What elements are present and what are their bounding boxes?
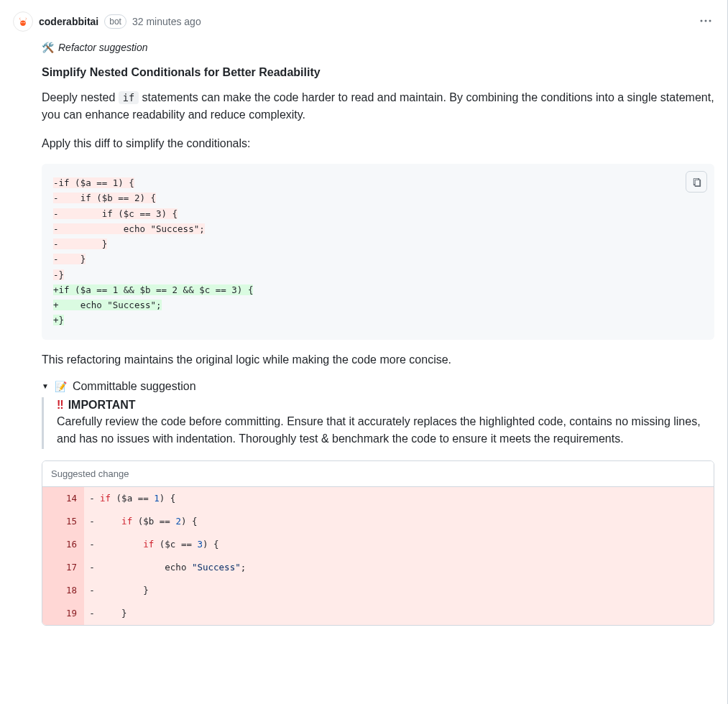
comment-header: coderabbitai bot 32 minutes ago — [13, 11, 714, 32]
diff-block: -if ($a == 1) {- if ($b == 2) {- if ($c … — [42, 164, 714, 340]
code-content: } — [100, 602, 714, 625]
code-content: echo "Success"; — [100, 556, 714, 579]
disclosure-triangle-icon: ▼ — [42, 382, 49, 390]
more-options-button[interactable] — [697, 12, 714, 32]
code-content: if ($c == 3) { — [100, 533, 714, 556]
important-title: ‼ IMPORTANT — [57, 399, 714, 412]
line-number: 18 — [42, 579, 84, 602]
diff-line: -if ($a == 1) { — [53, 175, 703, 190]
line-number: 19 — [42, 602, 84, 625]
svg-point-1 — [20, 21, 26, 27]
table-row: 16- if ($c == 3) { — [42, 533, 714, 556]
avatar[interactable] — [13, 11, 33, 32]
svg-point-4 — [701, 19, 703, 22]
diff-marker: - — [84, 510, 100, 533]
suggestion-paragraph-2: Apply this diff to simplify the conditio… — [42, 135, 714, 152]
suggested-change-header: Suggested change — [42, 461, 714, 487]
diff-line: +if ($a == 1 && $b == 2 && $c == 3) { — [53, 282, 703, 297]
code-content: if ($a == 1) { — [100, 487, 714, 510]
important-label: IMPORTANT — [68, 399, 136, 412]
memo-icon: 📝 — [55, 381, 67, 392]
coderabbit-logo-icon — [17, 15, 29, 28]
kebab-icon — [700, 15, 711, 27]
text-fragment: statements can make the code harder to r… — [42, 91, 714, 121]
diff-line: - } — [53, 251, 703, 267]
timestamp[interactable]: 32 minutes ago — [132, 16, 201, 27]
text-fragment: Deeply nested — [42, 91, 119, 103]
suggestion-type: 🛠️ Refactor suggestion — [42, 42, 714, 53]
committable-label: Committable suggestion — [73, 380, 196, 393]
inline-code: if — [119, 91, 139, 104]
code-content: if ($b == 2) { — [100, 510, 714, 533]
diff-line: - if ($b == 2) { — [53, 190, 703, 205]
comment-container: coderabbitai bot 32 minutes ago 🛠️ Refac… — [0, 0, 728, 704]
line-number: 14 — [42, 487, 84, 510]
svg-point-5 — [705, 19, 707, 22]
diff-line: +} — [53, 312, 703, 328]
diff-marker: - — [84, 533, 100, 556]
diff-line: -} — [53, 267, 703, 282]
diff-marker: - — [84, 579, 100, 602]
table-row: 18- } — [42, 579, 714, 602]
code-content: } — [100, 579, 714, 602]
bot-badge: bot — [104, 14, 126, 29]
diff-line: + echo "Success"; — [53, 297, 703, 312]
committable-section: ▼ 📝 Committable suggestion ‼ IMPORTANT C… — [42, 380, 714, 626]
diff-marker: - — [84, 487, 100, 510]
diff-marker: - — [84, 556, 100, 579]
suggestion-paragraph-3: This refactoring maintains the original … — [42, 351, 714, 369]
suggestion-type-label: Refactor suggestion — [58, 42, 148, 53]
copy-button[interactable] — [686, 171, 707, 193]
diff-marker: - — [84, 602, 100, 625]
important-text: Carefully review the code before committ… — [57, 413, 714, 448]
diff-line: - } — [53, 236, 703, 251]
table-row: 15- if ($b == 2) { — [42, 510, 714, 533]
suggested-change-block: Suggested change 14-if ($a == 1) {15- if… — [42, 460, 714, 626]
table-row: 17- echo "Success"; — [42, 556, 714, 579]
comment-body: 🛠️ Refactor suggestion Simplify Nested C… — [42, 42, 714, 626]
svg-point-3 — [24, 22, 25, 24]
hammer-wrench-icon: 🛠️ — [42, 42, 54, 53]
line-number: 16 — [42, 533, 84, 556]
copy-icon — [691, 177, 702, 187]
line-number: 17 — [42, 556, 84, 579]
table-row: 19- } — [42, 602, 714, 625]
committable-summary[interactable]: ▼ 📝 Committable suggestion — [42, 380, 714, 393]
suggestion-paragraph-1: Deeply nested if statements can make the… — [42, 89, 714, 124]
line-number: 15 — [42, 510, 84, 533]
bangbang-icon: ‼ — [57, 399, 64, 412]
suggestion-title: Simplify Nested Conditionals for Better … — [42, 66, 714, 79]
svg-point-2 — [22, 22, 23, 24]
diff-line: - if ($c == 3) { — [53, 206, 703, 221]
svg-point-6 — [709, 19, 711, 22]
table-row: 14-if ($a == 1) { — [42, 487, 714, 510]
diff-line: - echo "Success"; — [53, 221, 703, 236]
author-name[interactable]: coderabbitai — [39, 16, 98, 27]
important-callout: ‼ IMPORTANT Carefully review the code be… — [42, 397, 714, 449]
